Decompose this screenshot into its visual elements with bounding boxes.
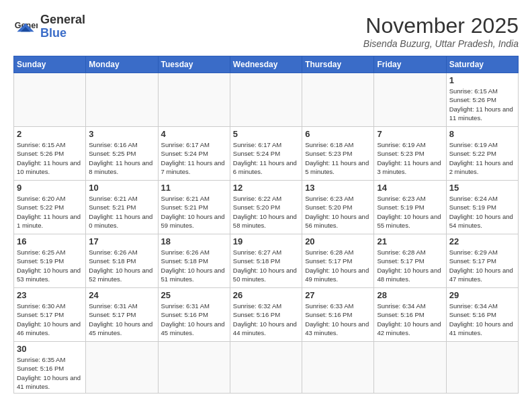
day-number: 11: [161, 183, 227, 193]
calendar-cell: 16Sunrise: 6:25 AM Sunset: 5:19 PM Dayli…: [14, 234, 86, 288]
day-info: Sunrise: 6:16 AM Sunset: 5:25 PM Dayligh…: [89, 140, 154, 176]
weekday-header-sunday: Sunday: [14, 56, 86, 73]
calendar-cell: [374, 342, 446, 394]
calendar-cell: [374, 73, 446, 127]
calendar-cell: 7Sunrise: 6:19 AM Sunset: 5:23 PM Daylig…: [374, 127, 446, 181]
day-info: Sunrise: 6:21 AM Sunset: 5:21 PM Dayligh…: [161, 194, 227, 230]
day-number: 24: [89, 290, 154, 300]
day-info: Sunrise: 6:21 AM Sunset: 5:21 PM Dayligh…: [89, 194, 154, 230]
calendar-cell: 18Sunrise: 6:26 AM Sunset: 5:18 PM Dayli…: [158, 234, 230, 288]
day-number: 4: [161, 129, 227, 139]
day-number: 1: [449, 75, 515, 85]
page-header: General General Blue November 2025 Bisen…: [13, 13, 519, 49]
calendar-cell: 2Sunrise: 6:15 AM Sunset: 5:26 PM Daylig…: [14, 127, 86, 181]
day-number: 27: [305, 290, 371, 300]
calendar-cell: 12Sunrise: 6:22 AM Sunset: 5:20 PM Dayli…: [230, 181, 302, 234]
day-number: 26: [233, 290, 299, 300]
day-number: 19: [233, 236, 299, 246]
day-info: Sunrise: 6:17 AM Sunset: 5:24 PM Dayligh…: [233, 140, 299, 176]
calendar-table: SundayMondayTuesdayWednesdayThursdayFrid…: [13, 56, 519, 394]
weekday-header-row: SundayMondayTuesdayWednesdayThursdayFrid…: [14, 56, 519, 73]
day-info: Sunrise: 6:15 AM Sunset: 5:26 PM Dayligh…: [17, 140, 83, 176]
day-number: 18: [161, 236, 227, 246]
month-title: November 2025: [363, 13, 519, 38]
day-info: Sunrise: 6:26 AM Sunset: 5:18 PM Dayligh…: [161, 248, 227, 283]
calendar-cell: 19Sunrise: 6:27 AM Sunset: 5:18 PM Dayli…: [230, 234, 302, 288]
calendar-cell: 17Sunrise: 6:26 AM Sunset: 5:18 PM Dayli…: [86, 234, 158, 288]
calendar-cell: 5Sunrise: 6:17 AM Sunset: 5:24 PM Daylig…: [230, 127, 302, 181]
day-number: 23: [17, 290, 83, 300]
title-area: November 2025 Bisenda Buzurg, Uttar Prad…: [363, 13, 519, 49]
week-row-6: 30Sunrise: 6:35 AM Sunset: 5:16 PM Dayli…: [14, 342, 519, 394]
day-info: Sunrise: 6:27 AM Sunset: 5:18 PM Dayligh…: [233, 248, 299, 283]
calendar-cell: 28Sunrise: 6:34 AM Sunset: 5:16 PM Dayli…: [374, 288, 446, 342]
day-info: Sunrise: 6:15 AM Sunset: 5:26 PM Dayligh…: [449, 87, 515, 122]
calendar-cell: 1Sunrise: 6:15 AM Sunset: 5:26 PM Daylig…: [446, 73, 518, 127]
day-number: 10: [89, 183, 154, 193]
day-number: 21: [377, 236, 443, 246]
day-info: Sunrise: 6:34 AM Sunset: 5:16 PM Dayligh…: [377, 302, 443, 337]
calendar-cell: [230, 73, 302, 127]
calendar-cell: [158, 342, 230, 394]
day-number: 14: [377, 183, 443, 193]
weekday-header-saturday: Saturday: [446, 56, 518, 73]
day-info: Sunrise: 6:22 AM Sunset: 5:20 PM Dayligh…: [233, 194, 299, 230]
day-info: Sunrise: 6:20 AM Sunset: 5:22 PM Dayligh…: [17, 194, 83, 230]
calendar-cell: 30Sunrise: 6:35 AM Sunset: 5:16 PM Dayli…: [14, 342, 86, 394]
calendar-cell: [158, 73, 230, 127]
calendar-cell: 22Sunrise: 6:29 AM Sunset: 5:17 PM Dayli…: [446, 234, 518, 288]
day-number: 22: [449, 236, 515, 246]
day-info: Sunrise: 6:31 AM Sunset: 5:16 PM Dayligh…: [161, 302, 227, 337]
calendar-cell: [446, 342, 518, 394]
day-number: 6: [305, 129, 371, 139]
day-info: Sunrise: 6:18 AM Sunset: 5:23 PM Dayligh…: [305, 140, 371, 176]
calendar-cell: [302, 73, 374, 127]
day-info: Sunrise: 6:26 AM Sunset: 5:18 PM Dayligh…: [89, 248, 154, 283]
day-info: Sunrise: 6:19 AM Sunset: 5:23 PM Dayligh…: [377, 140, 443, 176]
day-info: Sunrise: 6:33 AM Sunset: 5:16 PM Dayligh…: [305, 302, 371, 337]
day-number: 8: [449, 129, 515, 139]
calendar-cell: 13Sunrise: 6:23 AM Sunset: 5:20 PM Dayli…: [302, 181, 374, 234]
day-info: Sunrise: 6:19 AM Sunset: 5:22 PM Dayligh…: [449, 140, 515, 176]
day-info: Sunrise: 6:24 AM Sunset: 5:19 PM Dayligh…: [449, 194, 515, 230]
day-number: 2: [17, 129, 83, 139]
day-info: Sunrise: 6:23 AM Sunset: 5:20 PM Dayligh…: [305, 194, 371, 230]
day-info: Sunrise: 6:31 AM Sunset: 5:17 PM Dayligh…: [89, 302, 154, 337]
calendar-cell: 20Sunrise: 6:28 AM Sunset: 5:17 PM Dayli…: [302, 234, 374, 288]
weekday-header-tuesday: Tuesday: [158, 56, 230, 73]
day-number: 7: [377, 129, 443, 139]
day-info: Sunrise: 6:28 AM Sunset: 5:17 PM Dayligh…: [305, 248, 371, 283]
calendar-cell: 25Sunrise: 6:31 AM Sunset: 5:16 PM Dayli…: [158, 288, 230, 342]
logo-icon: General: [13, 15, 38, 39]
calendar-cell: 3Sunrise: 6:16 AM Sunset: 5:25 PM Daylig…: [86, 127, 158, 181]
location-title: Bisenda Buzurg, Uttar Pradesh, India: [363, 38, 519, 49]
week-row-2: 2Sunrise: 6:15 AM Sunset: 5:26 PM Daylig…: [14, 127, 519, 181]
week-row-3: 9Sunrise: 6:20 AM Sunset: 5:22 PM Daylig…: [14, 181, 519, 234]
calendar-cell: 6Sunrise: 6:18 AM Sunset: 5:23 PM Daylig…: [302, 127, 374, 181]
calendar-cell: 26Sunrise: 6:32 AM Sunset: 5:16 PM Dayli…: [230, 288, 302, 342]
logo: General General Blue: [13, 13, 85, 40]
calendar-cell: 23Sunrise: 6:30 AM Sunset: 5:17 PM Dayli…: [14, 288, 86, 342]
day-number: 9: [17, 183, 83, 193]
weekday-header-wednesday: Wednesday: [230, 56, 302, 73]
day-number: 15: [449, 183, 515, 193]
day-number: 20: [305, 236, 371, 246]
calendar-cell: 29Sunrise: 6:34 AM Sunset: 5:16 PM Dayli…: [446, 288, 518, 342]
day-number: 13: [305, 183, 371, 193]
day-number: 3: [89, 129, 154, 139]
calendar-cell: 10Sunrise: 6:21 AM Sunset: 5:21 PM Dayli…: [86, 181, 158, 234]
day-number: 16: [17, 236, 83, 246]
day-number: 12: [233, 183, 299, 193]
day-info: Sunrise: 6:28 AM Sunset: 5:17 PM Dayligh…: [377, 248, 443, 283]
day-info: Sunrise: 6:17 AM Sunset: 5:24 PM Dayligh…: [161, 140, 227, 176]
day-number: 29: [449, 290, 515, 300]
day-info: Sunrise: 6:25 AM Sunset: 5:19 PM Dayligh…: [17, 248, 83, 283]
calendar-cell: [86, 342, 158, 394]
calendar-cell: 14Sunrise: 6:23 AM Sunset: 5:19 PM Dayli…: [374, 181, 446, 234]
calendar-cell: 15Sunrise: 6:24 AM Sunset: 5:19 PM Dayli…: [446, 181, 518, 234]
calendar-cell: 4Sunrise: 6:17 AM Sunset: 5:24 PM Daylig…: [158, 127, 230, 181]
day-info: Sunrise: 6:35 AM Sunset: 5:16 PM Dayligh…: [17, 355, 83, 391]
day-number: 25: [161, 290, 227, 300]
day-info: Sunrise: 6:32 AM Sunset: 5:16 PM Dayligh…: [233, 302, 299, 337]
day-info: Sunrise: 6:29 AM Sunset: 5:17 PM Dayligh…: [449, 248, 515, 283]
